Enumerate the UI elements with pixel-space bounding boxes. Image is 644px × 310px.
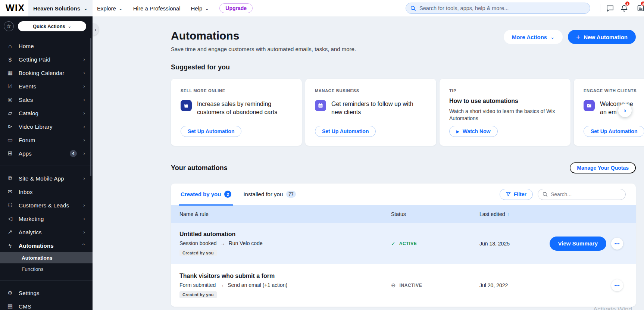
more-options-button[interactable]: •••	[611, 238, 623, 250]
calendar-icon: ▦	[6, 69, 14, 76]
sidebar-item-forum[interactable]: ▭ Forum ›	[0, 133, 93, 147]
sidebar-item-getting-paid[interactable]: $ Getting Paid ›	[0, 53, 93, 66]
main-content: Automations Save time and engage custome…	[93, 16, 644, 310]
quick-actions-button[interactable]: Quick Actions ⌄	[18, 21, 86, 31]
setup-automation-button[interactable]: Set Up Automation	[584, 126, 644, 137]
global-search-input[interactable]	[419, 5, 585, 11]
watch-now-button[interactable]: ▶ Watch Now	[449, 126, 498, 137]
activate-windows-watermark: Activate Wind	[593, 306, 632, 310]
sidebar-group-2: ⧉ Site & Mobile App › ✉ Inbox ⚇ Customer…	[0, 169, 93, 278]
sidebar-group-1: ⌂ Home $ Getting Paid › ▦ Booking Calend…	[0, 36, 93, 163]
favorites-star-icon[interactable]: ☆	[4, 21, 14, 31]
column-last-edited[interactable]: Last edited ↑	[479, 211, 546, 217]
sidebar-item-apps[interactable]: ⊞ Apps 4 ›	[0, 147, 93, 160]
table-search[interactable]	[538, 189, 626, 200]
chevron-right-icon: ›	[81, 216, 85, 222]
chevron-right-icon: ›	[81, 97, 85, 103]
new-automation-button[interactable]: + New Automation	[568, 30, 636, 44]
automation-row-untitled[interactable]: Untitled automation Session booked → Run…	[171, 223, 636, 264]
status-badge: INACTIVE	[400, 283, 422, 288]
sidebar-item-automations[interactable]: ϟ Automations ⌃	[0, 239, 93, 252]
page-header: Automations Save time and engage custome…	[171, 29, 636, 53]
nav-help[interactable]: Help ⌄	[191, 5, 209, 12]
tab-installed-for-you[interactable]: Installed for you 77	[243, 184, 296, 205]
chevron-down-icon: ⌄	[205, 6, 209, 11]
chevron-down-icon: ⌄	[119, 6, 123, 11]
sidebar-item-video-library[interactable]: ⊳ Video Library ›	[0, 120, 93, 133]
manage-quotas-button[interactable]: Manage Your Quotas	[570, 162, 636, 173]
sidebar-item-site-mobile-app[interactable]: ⧉ Site & Mobile App ›	[0, 172, 93, 185]
sidebar-item-cms[interactable]: ▤ CMS	[0, 300, 93, 310]
chevron-right-icon: ›	[81, 70, 85, 76]
column-status[interactable]: Status	[391, 211, 479, 217]
chevron-right-icon: ›	[81, 137, 85, 143]
wix-logo[interactable]: WIX	[6, 3, 25, 13]
sidebar-subitem-automations[interactable]: Automations	[0, 252, 93, 263]
page-title: Automations	[171, 29, 356, 43]
sidebar-item-analytics[interactable]: ↗ Analytics ›	[0, 225, 93, 239]
sidebar-scrollbar[interactable]	[90, 38, 91, 176]
sidebar-item-booking-calendar[interactable]: ▦ Booking Calendar ›	[0, 66, 93, 79]
sidebar-subitem-functions[interactable]: Functions	[0, 263, 93, 275]
sidebar-item-customers-leads[interactable]: ⚇ Customers & Leads ›	[0, 198, 93, 212]
apps-count-badge: 4	[70, 150, 77, 157]
play-icon: ▶	[456, 129, 459, 134]
chevron-down-icon: ⌄	[68, 24, 71, 28]
tip-description: Watch a short video to learn the basics …	[449, 108, 567, 122]
suggestion-card-welcome-email: ENGAGE WITH CLIENTS Welcome ne an em Set…	[574, 79, 644, 146]
setup-automation-button[interactable]: Set Up Automation	[181, 126, 241, 137]
apps-grid-icon: ⊞	[6, 150, 14, 157]
more-options-button[interactable]: •••	[611, 279, 623, 291]
automations-table-card: Created by you 2 Installed for you 77 Fi…	[171, 184, 636, 307]
sidebar-item-settings[interactable]: ⚙ Settings	[0, 286, 93, 300]
column-name-rule[interactable]: Name & rule	[179, 211, 391, 217]
automation-name: Thank visitors who submit a form	[179, 273, 391, 279]
chat-icon[interactable]	[606, 4, 614, 12]
view-summary-button[interactable]: View Summary	[550, 237, 606, 251]
funnel-icon	[506, 192, 511, 197]
inbox-icon: ✉	[6, 188, 14, 195]
card-category: ENGAGE WITH CLIENTS	[584, 88, 644, 93]
sidebar-item-events[interactable]: ☑ Events ›	[0, 79, 93, 93]
site-selector[interactable]: Heaven Solutions ⌄	[28, 0, 93, 16]
status-badge: ACTIVE	[399, 241, 417, 246]
carousel-next-button[interactable]: ›	[618, 104, 632, 117]
page-subtitle: Save time and engage customers with auto…	[171, 46, 356, 53]
tab-created-by-you[interactable]: Created by you 2	[181, 184, 231, 205]
sidebar-item-sales[interactable]: ◎ Sales ›	[0, 93, 93, 106]
chevron-right-icon: ›	[81, 83, 85, 89]
tip-title: How to use automations	[449, 98, 561, 104]
nav-explore[interactable]: Explore ⌄	[97, 5, 123, 12]
shopping-bag-icon	[181, 100, 192, 111]
suggestion-card-follow-up: MANAGE BUSINESS Get reminders to follow …	[305, 79, 436, 146]
filter-button[interactable]: Filter	[500, 189, 533, 200]
sidebar-item-inbox[interactable]: ✉ Inbox	[0, 185, 93, 198]
chevron-up-icon: ⌃	[81, 242, 85, 248]
top-nav: Explore ⌄ Hire a Professional Help ⌄ Upg…	[97, 0, 253, 16]
topbar-divider	[600, 4, 600, 12]
global-search[interactable]	[406, 3, 590, 14]
upgrade-button[interactable]: Upgrade	[219, 3, 253, 13]
card-category: TIP	[449, 88, 561, 93]
sidebar-item-marketing[interactable]: ◁ Marketing ›	[0, 212, 93, 225]
automation-row-thank-visitors[interactable]: Thank visitors who submit a form Form su…	[171, 264, 636, 307]
automation-name: Untitled automation	[179, 231, 391, 238]
created-by-tag: Created by you	[179, 291, 217, 298]
tab-count-badge: 77	[286, 191, 296, 198]
suggestion-card-abandoned-carts: SELL MORE ONLINE Increase sales by remin…	[171, 79, 302, 146]
home-icon: ⌂	[6, 43, 14, 49]
card-category: MANAGE BUSINESS	[315, 88, 426, 93]
sidebar-item-catalog[interactable]: ▱ Catalog ›	[0, 106, 93, 120]
last-edited-date: Jul 20, 2022	[479, 282, 546, 288]
table-toolbar: Created by you 2 Installed for you 77 Fi…	[171, 184, 636, 205]
table-search-input[interactable]	[551, 191, 621, 197]
setup-automation-button[interactable]: Set Up Automation	[315, 126, 376, 137]
getting-paid-icon: $	[6, 56, 14, 63]
cms-table-icon: ▤	[6, 303, 14, 310]
more-actions-button[interactable]: More Actions ⌄	[504, 30, 563, 44]
chevron-right-icon: ›	[81, 123, 85, 129]
nav-hire-a-professional[interactable]: Hire a Professional	[133, 5, 181, 12]
top-bar: WIX Heaven Solutions ⌄ Explore ⌄ Hire a …	[0, 0, 644, 16]
chevron-right-icon: ›	[81, 150, 85, 156]
sidebar-item-home[interactable]: ⌂ Home	[0, 39, 93, 53]
